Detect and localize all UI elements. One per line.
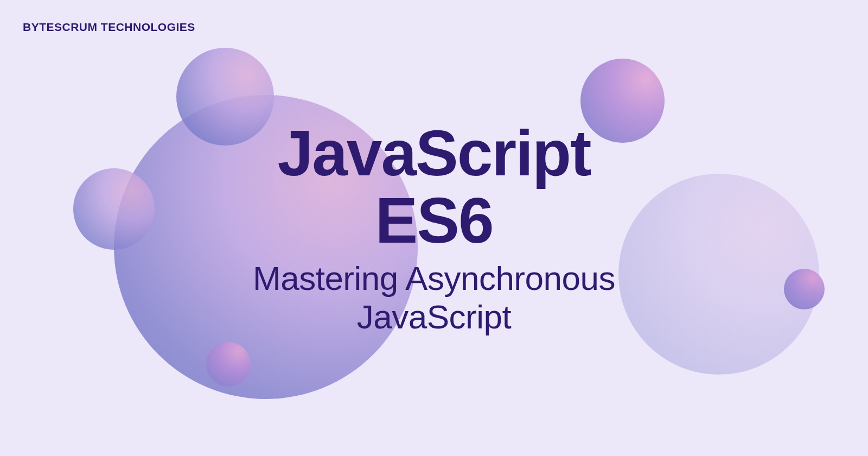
brand-label: BYTESCRUM TECHNOLOGIES [23,21,195,34]
decorative-circle-farright [784,269,825,309]
decorative-circle-leftmid [73,168,155,250]
subtitle: Mastering Asynchronous JavaScript [217,259,651,337]
main-title: JavaScript ES6 [217,120,651,255]
decorative-circle-bottom [206,342,251,387]
hero-text-block: JavaScript ES6 Mastering Asynchronous Ja… [217,120,651,336]
